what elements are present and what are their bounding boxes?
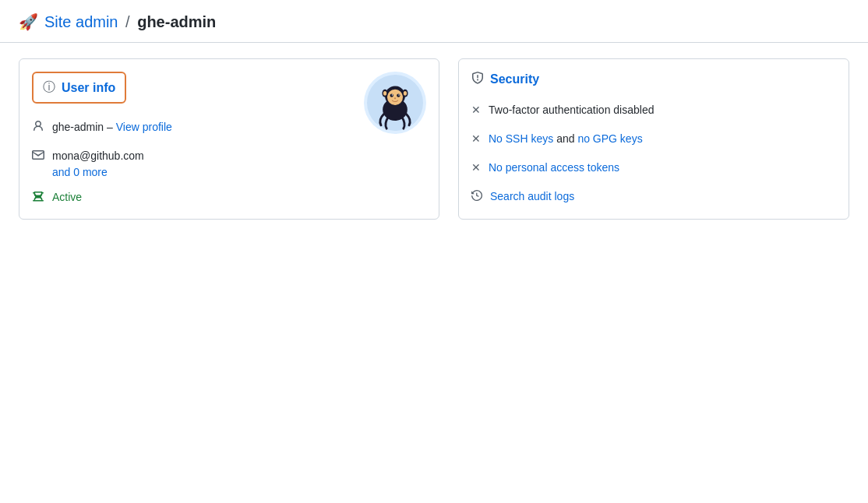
svg-point-6 [392,94,393,95]
shield-icon [471,72,484,86]
audit-logs-text: Search audit logs [490,188,574,205]
x-icon-pat: ✕ [471,161,481,174]
2fa-row: ✕ Two-factor authentication disabled [471,102,836,118]
user-info-panel: ⓘ User info [19,58,439,220]
svg-point-8 [394,97,396,99]
person-icon [32,120,44,135]
page-header: 🚀 Site admin / ghe-admin [0,0,868,43]
user-info-title: User info [62,81,115,95]
hourglass-icon [32,191,44,206]
info-icon: ⓘ [43,79,55,96]
octocat-image [367,75,423,131]
email-row: mona@github.com and 0 more [32,148,426,178]
svg-point-4 [390,93,393,97]
pat-row: ✕ No personal access tokens [471,160,836,176]
svg-point-12 [404,91,407,96]
audit-logs-row: Search audit logs [471,188,836,205]
ssh-gpg-row: ✕ No SSH keys and no GPG keys [471,131,836,147]
svg-point-3 [387,90,403,105]
security-header: Security [471,72,836,86]
2fa-text: Two-factor authentication disabled [489,102,654,118]
site-admin-link[interactable]: Site admin [44,13,118,30]
clock-icon [471,190,482,203]
username-content: ghe-admin – View profile [52,119,172,135]
email-more-link[interactable]: and 0 more [52,166,144,178]
no-pat-link[interactable]: No personal access tokens [489,161,619,174]
username-text: ghe-admin – View profile [52,119,172,135]
svg-point-5 [397,93,400,97]
status-row: Active [32,191,426,206]
active-status-label: Active [52,191,82,203]
breadcrumb: Site admin / ghe-admin [44,13,216,31]
email-icon [32,149,44,164]
x-icon-ssh: ✕ [471,132,481,145]
ssh-gpg-text: No SSH keys and no GPG keys [489,131,643,147]
current-page-title: ghe-admin [137,13,216,30]
security-panel: Security ✕ Two-factor authentication dis… [458,58,849,220]
email-text: mona@github.com [52,148,144,164]
no-ssh-keys-link[interactable]: No SSH keys [489,132,553,145]
main-content: ⓘ User info [0,43,868,235]
view-profile-link[interactable]: View profile [116,121,172,133]
breadcrumb-separator: / [125,13,130,30]
no-gpg-keys-link[interactable]: no GPG keys [577,132,642,145]
security-title: Security [490,72,539,86]
avatar-container [364,72,426,134]
search-audit-logs-link[interactable]: Search audit logs [490,190,574,202]
pat-text: No personal access tokens [489,160,619,176]
security-rows: ✕ Two-factor authentication disabled ✕ N… [471,102,836,205]
svg-point-7 [398,94,399,95]
svg-point-11 [383,91,386,96]
rocket-icon: 🚀 [19,12,38,31]
x-icon-2fa: ✕ [471,104,481,116]
avatar [364,72,426,134]
user-info-header: ⓘ User info [32,72,126,104]
email-content: mona@github.com and 0 more [52,148,144,178]
